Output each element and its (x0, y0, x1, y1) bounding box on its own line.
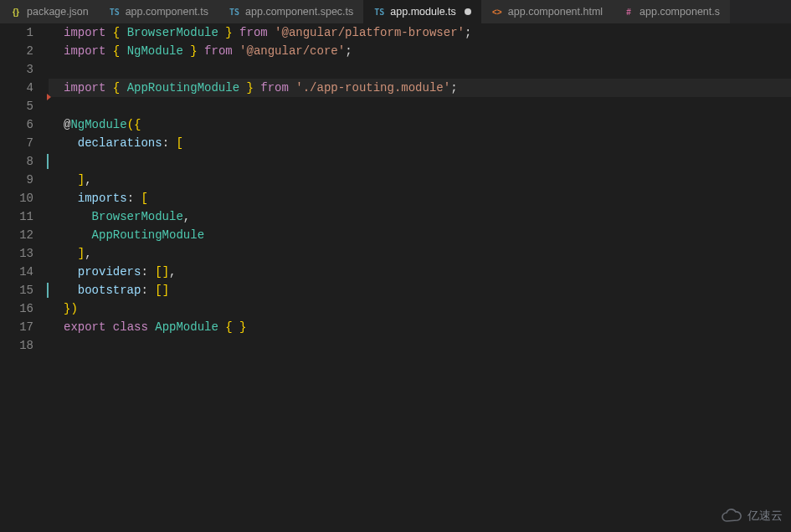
ts-file-icon: TS (373, 6, 385, 18)
code-line[interactable]: declarations: [ (64, 134, 791, 152)
code-line[interactable]: ], (64, 244, 791, 263)
json-file-icon: {} (10, 6, 22, 18)
line-number: 13 (0, 244, 33, 263)
tab-label: app.component.html (508, 6, 603, 18)
html-file-icon: <> (491, 6, 503, 18)
ts-file-icon: TS (109, 6, 121, 18)
code-line[interactable]: @NgModule({ (64, 115, 791, 134)
code-line[interactable] (64, 97, 791, 115)
editor-content[interactable]: import { BrowserModule } from '@angular/… (49, 23, 791, 532)
line-number: 9 (0, 171, 33, 189)
editor-tab-app-module-ts[interactable]: TSapp.module.ts (363, 0, 481, 23)
code-line[interactable]: ], (64, 171, 791, 189)
scss-file-icon: # (623, 6, 634, 18)
line-number: 15 (0, 281, 33, 299)
line-number: 1 (0, 23, 33, 42)
watermark: 亿速云 (721, 509, 783, 524)
editor-tab-app-component-s[interactable]: #app.component.s (613, 0, 730, 23)
line-number: 10 (0, 189, 33, 207)
line-number: 4 (0, 79, 33, 97)
line-number: 14 (0, 263, 33, 281)
code-line[interactable]: BrowserModule, (64, 207, 791, 226)
line-number-gutter: 123456789101112131415161718 (0, 23, 49, 532)
editor-tab-app-component-ts[interactable]: TSapp.component.ts (99, 0, 218, 23)
line-number: 12 (0, 226, 33, 244)
code-line[interactable]: imports: [ (64, 189, 791, 207)
ts-file-icon: TS (229, 6, 240, 18)
editor-tab-package-json[interactable]: {}package.json (0, 0, 99, 23)
code-line[interactable]: bootstrap: [] (64, 281, 791, 299)
line-number: 7 (0, 134, 33, 152)
code-line[interactable]: import { BrowserModule } from '@angular/… (64, 23, 791, 42)
line-number: 5 (0, 97, 33, 115)
line-number: 11 (0, 207, 33, 226)
editor-tab-app-component-spec-ts[interactable]: TSapp.component.spec.ts (218, 0, 363, 23)
code-line[interactable] (64, 152, 791, 171)
code-line[interactable]: export class AppModule { } (64, 318, 791, 336)
line-number: 2 (0, 42, 33, 60)
line-number: 16 (0, 299, 33, 318)
line-number: 3 (0, 60, 33, 79)
code-line[interactable]: providers: [], (64, 263, 791, 281)
code-line[interactable]: }) (64, 299, 791, 318)
line-number: 18 (0, 336, 33, 355)
editor-tab-bar: {}package.jsonTSapp.component.tsTSapp.co… (0, 0, 791, 23)
code-line[interactable] (64, 336, 791, 355)
code-line[interactable]: import { AppRoutingModule } from './app-… (64, 79, 791, 97)
cloud-icon (721, 509, 742, 524)
line-number: 8 (0, 152, 33, 171)
code-line[interactable] (64, 60, 791, 79)
line-number: 17 (0, 318, 33, 336)
tab-label: package.json (27, 6, 89, 18)
code-line[interactable]: import { NgModule } from '@angular/core'… (64, 42, 791, 60)
line-number: 6 (0, 115, 33, 134)
code-line[interactable]: AppRoutingModule (64, 226, 791, 244)
editor-tab-app-component-html[interactable]: <>app.component.html (481, 0, 613, 23)
tab-label: app.component.spec.ts (245, 6, 353, 18)
code-editor[interactable]: 123456789101112131415161718 import { Bro… (0, 23, 791, 532)
watermark-text: 亿速云 (747, 509, 783, 524)
tab-label: app.component.ts (126, 6, 208, 18)
tab-label: app.module.ts (390, 6, 456, 18)
tab-label: app.component.s (639, 6, 720, 18)
unsaved-indicator-icon (465, 8, 471, 15)
